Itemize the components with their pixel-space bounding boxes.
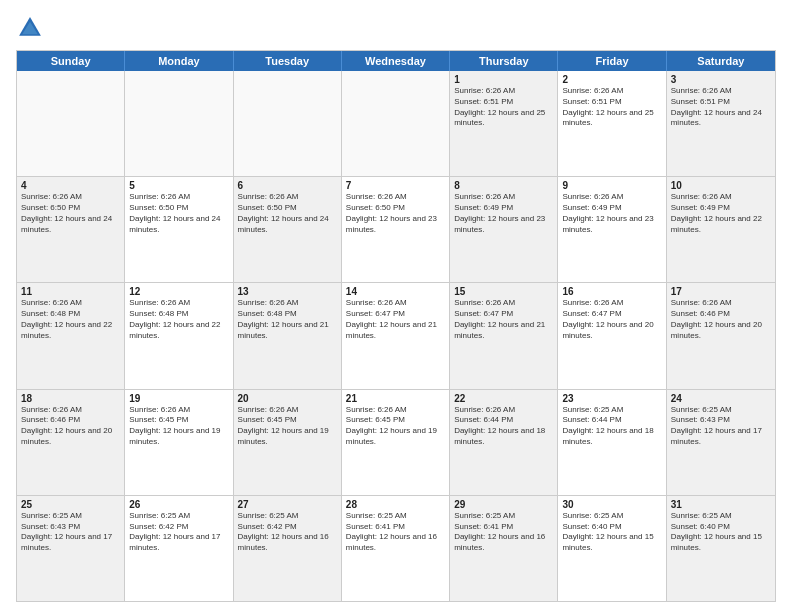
cal-cell-16: 16Sunrise: 6:26 AMSunset: 6:47 PMDayligh… <box>558 283 666 388</box>
cal-header-friday: Friday <box>558 51 666 71</box>
cell-info: Sunrise: 6:26 AMSunset: 6:50 PMDaylight:… <box>129 192 228 235</box>
cal-cell-12: 12Sunrise: 6:26 AMSunset: 6:48 PMDayligh… <box>125 283 233 388</box>
cal-cell-17: 17Sunrise: 6:26 AMSunset: 6:46 PMDayligh… <box>667 283 775 388</box>
day-number: 2 <box>562 74 661 85</box>
day-number: 19 <box>129 393 228 404</box>
cal-cell-18: 18Sunrise: 6:26 AMSunset: 6:46 PMDayligh… <box>17 390 125 495</box>
day-number: 22 <box>454 393 553 404</box>
logo <box>16 14 48 42</box>
cell-info: Sunrise: 6:25 AMSunset: 6:43 PMDaylight:… <box>671 405 771 448</box>
cal-cell-empty-0 <box>17 71 125 176</box>
day-number: 8 <box>454 180 553 191</box>
cal-header-thursday: Thursday <box>450 51 558 71</box>
cal-cell-3: 3Sunrise: 6:26 AMSunset: 6:51 PMDaylight… <box>667 71 775 176</box>
cell-info: Sunrise: 6:26 AMSunset: 6:48 PMDaylight:… <box>238 298 337 341</box>
cell-info: Sunrise: 6:25 AMSunset: 6:40 PMDaylight:… <box>671 511 771 554</box>
cal-cell-1: 1Sunrise: 6:26 AMSunset: 6:51 PMDaylight… <box>450 71 558 176</box>
cell-info: Sunrise: 6:26 AMSunset: 6:47 PMDaylight:… <box>454 298 553 341</box>
cal-cell-25: 25Sunrise: 6:25 AMSunset: 6:43 PMDayligh… <box>17 496 125 601</box>
calendar-body: 1Sunrise: 6:26 AMSunset: 6:51 PMDaylight… <box>17 71 775 601</box>
cal-cell-4: 4Sunrise: 6:26 AMSunset: 6:50 PMDaylight… <box>17 177 125 282</box>
cal-cell-10: 10Sunrise: 6:26 AMSunset: 6:49 PMDayligh… <box>667 177 775 282</box>
cal-header-sunday: Sunday <box>17 51 125 71</box>
day-number: 1 <box>454 74 553 85</box>
cell-info: Sunrise: 6:26 AMSunset: 6:45 PMDaylight:… <box>346 405 445 448</box>
day-number: 13 <box>238 286 337 297</box>
cal-cell-8: 8Sunrise: 6:26 AMSunset: 6:49 PMDaylight… <box>450 177 558 282</box>
cell-info: Sunrise: 6:26 AMSunset: 6:45 PMDaylight:… <box>129 405 228 448</box>
day-number: 28 <box>346 499 445 510</box>
cell-info: Sunrise: 6:25 AMSunset: 6:41 PMDaylight:… <box>454 511 553 554</box>
day-number: 7 <box>346 180 445 191</box>
cell-info: Sunrise: 6:26 AMSunset: 6:51 PMDaylight:… <box>562 86 661 129</box>
day-number: 14 <box>346 286 445 297</box>
day-number: 27 <box>238 499 337 510</box>
day-number: 15 <box>454 286 553 297</box>
cell-info: Sunrise: 6:26 AMSunset: 6:51 PMDaylight:… <box>671 86 771 129</box>
day-number: 3 <box>671 74 771 85</box>
day-number: 29 <box>454 499 553 510</box>
cell-info: Sunrise: 6:26 AMSunset: 6:50 PMDaylight:… <box>21 192 120 235</box>
cell-info: Sunrise: 6:25 AMSunset: 6:44 PMDaylight:… <box>562 405 661 448</box>
day-number: 21 <box>346 393 445 404</box>
cal-cell-23: 23Sunrise: 6:25 AMSunset: 6:44 PMDayligh… <box>558 390 666 495</box>
cal-cell-9: 9Sunrise: 6:26 AMSunset: 6:49 PMDaylight… <box>558 177 666 282</box>
cal-cell-20: 20Sunrise: 6:26 AMSunset: 6:45 PMDayligh… <box>234 390 342 495</box>
cell-info: Sunrise: 6:26 AMSunset: 6:49 PMDaylight:… <box>562 192 661 235</box>
cell-info: Sunrise: 6:25 AMSunset: 6:40 PMDaylight:… <box>562 511 661 554</box>
cal-cell-29: 29Sunrise: 6:25 AMSunset: 6:41 PMDayligh… <box>450 496 558 601</box>
day-number: 6 <box>238 180 337 191</box>
logo-icon <box>16 14 44 42</box>
day-number: 10 <box>671 180 771 191</box>
cell-info: Sunrise: 6:26 AMSunset: 6:47 PMDaylight:… <box>346 298 445 341</box>
day-number: 30 <box>562 499 661 510</box>
cell-info: Sunrise: 6:25 AMSunset: 6:41 PMDaylight:… <box>346 511 445 554</box>
cal-cell-2: 2Sunrise: 6:26 AMSunset: 6:51 PMDaylight… <box>558 71 666 176</box>
cal-cell-empty-2 <box>234 71 342 176</box>
page-header <box>16 14 776 42</box>
cell-info: Sunrise: 6:26 AMSunset: 6:47 PMDaylight:… <box>562 298 661 341</box>
cell-info: Sunrise: 6:26 AMSunset: 6:48 PMDaylight:… <box>21 298 120 341</box>
cell-info: Sunrise: 6:25 AMSunset: 6:43 PMDaylight:… <box>21 511 120 554</box>
day-number: 4 <box>21 180 120 191</box>
cal-header-saturday: Saturday <box>667 51 775 71</box>
cal-header-wednesday: Wednesday <box>342 51 450 71</box>
cell-info: Sunrise: 6:26 AMSunset: 6:50 PMDaylight:… <box>238 192 337 235</box>
cell-info: Sunrise: 6:26 AMSunset: 6:44 PMDaylight:… <box>454 405 553 448</box>
cal-cell-26: 26Sunrise: 6:25 AMSunset: 6:42 PMDayligh… <box>125 496 233 601</box>
day-number: 17 <box>671 286 771 297</box>
cell-info: Sunrise: 6:26 AMSunset: 6:48 PMDaylight:… <box>129 298 228 341</box>
cal-cell-empty-3 <box>342 71 450 176</box>
cal-cell-11: 11Sunrise: 6:26 AMSunset: 6:48 PMDayligh… <box>17 283 125 388</box>
day-number: 16 <box>562 286 661 297</box>
cal-cell-30: 30Sunrise: 6:25 AMSunset: 6:40 PMDayligh… <box>558 496 666 601</box>
cell-info: Sunrise: 6:26 AMSunset: 6:49 PMDaylight:… <box>454 192 553 235</box>
cal-cell-22: 22Sunrise: 6:26 AMSunset: 6:44 PMDayligh… <box>450 390 558 495</box>
cal-cell-5: 5Sunrise: 6:26 AMSunset: 6:50 PMDaylight… <box>125 177 233 282</box>
cell-info: Sunrise: 6:26 AMSunset: 6:49 PMDaylight:… <box>671 192 771 235</box>
cal-cell-27: 27Sunrise: 6:25 AMSunset: 6:42 PMDayligh… <box>234 496 342 601</box>
day-number: 23 <box>562 393 661 404</box>
cal-cell-6: 6Sunrise: 6:26 AMSunset: 6:50 PMDaylight… <box>234 177 342 282</box>
calendar: SundayMondayTuesdayWednesdayThursdayFrid… <box>16 50 776 602</box>
day-number: 11 <box>21 286 120 297</box>
cal-week-5: 25Sunrise: 6:25 AMSunset: 6:43 PMDayligh… <box>17 496 775 601</box>
day-number: 24 <box>671 393 771 404</box>
cal-cell-21: 21Sunrise: 6:26 AMSunset: 6:45 PMDayligh… <box>342 390 450 495</box>
cal-cell-13: 13Sunrise: 6:26 AMSunset: 6:48 PMDayligh… <box>234 283 342 388</box>
cal-cell-24: 24Sunrise: 6:25 AMSunset: 6:43 PMDayligh… <box>667 390 775 495</box>
cell-info: Sunrise: 6:26 AMSunset: 6:51 PMDaylight:… <box>454 86 553 129</box>
cal-week-3: 11Sunrise: 6:26 AMSunset: 6:48 PMDayligh… <box>17 283 775 389</box>
cal-week-1: 1Sunrise: 6:26 AMSunset: 6:51 PMDaylight… <box>17 71 775 177</box>
cell-info: Sunrise: 6:26 AMSunset: 6:46 PMDaylight:… <box>21 405 120 448</box>
cell-info: Sunrise: 6:25 AMSunset: 6:42 PMDaylight:… <box>238 511 337 554</box>
cell-info: Sunrise: 6:26 AMSunset: 6:45 PMDaylight:… <box>238 405 337 448</box>
calendar-header-row: SundayMondayTuesdayWednesdayThursdayFrid… <box>17 51 775 71</box>
cal-cell-empty-1 <box>125 71 233 176</box>
day-number: 5 <box>129 180 228 191</box>
cal-cell-15: 15Sunrise: 6:26 AMSunset: 6:47 PMDayligh… <box>450 283 558 388</box>
cal-week-4: 18Sunrise: 6:26 AMSunset: 6:46 PMDayligh… <box>17 390 775 496</box>
cal-header-monday: Monday <box>125 51 233 71</box>
cell-info: Sunrise: 6:25 AMSunset: 6:42 PMDaylight:… <box>129 511 228 554</box>
day-number: 20 <box>238 393 337 404</box>
